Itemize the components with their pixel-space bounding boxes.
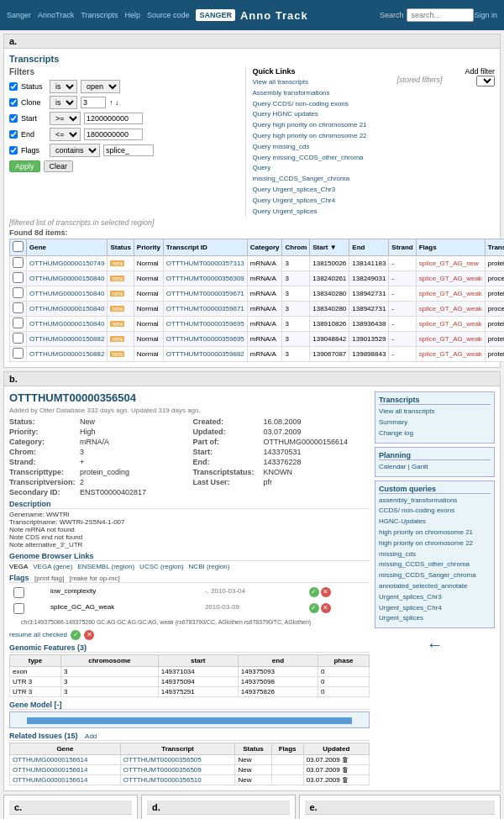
rel-th-transcript: Transcript [120,743,235,755]
flag2-check-icon[interactable]: ✓ [309,603,319,613]
cq-4[interactable]: high priority on chromosome 22 [379,538,491,549]
cell-transcript-id[interactable]: OTTTHUMT00000359671 [163,302,247,317]
filter-flags-check[interactable] [9,146,18,155]
cq-3[interactable]: high priority on chromosome 21 [379,528,491,538]
transcript-id[interactable]: OTTTHUMT00000356504 [9,391,370,404]
filter-start-op[interactable]: >= [50,112,81,125]
row-check[interactable] [13,272,24,283]
cell-transcript-id[interactable]: OTTTHUMT00000357313 [163,256,247,271]
filter-clone-check[interactable] [9,98,18,107]
section-a-body: Transcripts Filters Status is open Clone… [4,49,500,367]
section-b-body: OTTTHUMT00000356504 Added by Otter Datab… [4,386,500,790]
cell-transcript-id[interactable]: OTTTHUMT00000359695 [163,317,247,332]
nav-sourcecode[interactable]: Source code [147,11,190,19]
sb-calendar[interactable]: Calendar | Gantt [379,462,491,473]
cq-11[interactable]: Urgent_splices [379,613,491,624]
ql-7[interactable]: Query missing_CCDS_other_chroma [253,153,367,164]
ql-0[interactable]: View all transcripts [253,77,367,88]
ucsc-link[interactable]: UCSC (region) [139,563,183,570]
select-all-check[interactable] [13,241,24,252]
row-check[interactable] [13,333,24,344]
filter-status-value[interactable]: open [81,80,120,93]
sb-changelog[interactable]: Change log [379,428,491,439]
ql-4[interactable]: Query high priority on chromosome 21 [253,120,367,131]
filter-status-check[interactable] [9,82,18,91]
cell-chrom: 3 [282,286,310,302]
filter-flags-op[interactable]: contains [50,144,100,157]
ensembl-link[interactable]: ENSEMBL (region) [77,563,134,570]
section-d-body: History Updated by Otter Database 314 da… [147,815,290,819]
filter-end-op[interactable]: <= [50,128,81,141]
ql-5[interactable]: Query high priority on chromosome 22 [253,131,367,142]
cell-transcript-id[interactable]: OTTTHUMT00000359695 [163,332,247,347]
cq-7[interactable]: missing_CCDS_Sanger_chroma [379,570,491,581]
filter-clone-op[interactable]: is [50,96,77,109]
filter-start-check[interactable] [9,114,18,123]
filter-clone-value[interactable] [81,97,106,108]
ncbi-link[interactable]: NCBI (region) [189,563,230,570]
ql-11[interactable]: Query Urgent_splices [253,207,367,218]
resume-checked-link[interactable]: resume all checked [9,631,67,638]
filters-label: Filters [9,67,239,76]
related-add-link[interactable]: Add [85,732,97,740]
transcripts-sidebar-title: Transcripts [379,396,491,405]
filter-status-op[interactable]: is [50,80,77,93]
ql-10[interactable]: Query Urgent_splices_Chr4 [253,196,367,207]
filter-flags-value[interactable] [103,144,154,156]
cq-5[interactable]: missing_cds [379,549,491,560]
ql-9[interactable]: Query Urgent_splices_Chr3 [253,185,367,196]
cq-2[interactable]: HGNC-Updates [379,517,491,528]
table-row: OTTHUMG00000150840 new Normal OTTTHUMT00… [10,286,505,302]
sb-summary[interactable]: Summary [379,417,491,428]
cq-0[interactable]: assembly_transformations [379,496,491,507]
clear-button[interactable]: Clear [44,160,74,172]
flag1-date: -, 2010-03-04 [202,586,303,601]
add-filter-select[interactable] [476,76,495,87]
apply-button[interactable]: Apply [9,160,40,172]
ql-2[interactable]: Query CCDS/ non-coding exons [253,99,367,110]
cell-transcript-id[interactable]: OTTTHUMT00000356309 [163,271,247,286]
filter-start-value[interactable] [84,113,143,124]
cell-transcript-id[interactable]: OTTTHUMT00000359671 [163,286,247,302]
cq-8[interactable]: annotated_selected_annotate [379,581,491,592]
filter-end-value[interactable] [84,129,143,140]
row-check[interactable] [13,257,24,268]
sb-view-all[interactable]: View all transcripts [379,407,491,417]
rel-th-gene: Gene [10,743,121,755]
flag2-check[interactable] [13,603,24,614]
nav-help[interactable]: Help [124,11,140,19]
flag1-check-icon[interactable]: ✓ [309,587,319,597]
cq-9[interactable]: Urgent_splices_Chr3 [379,592,491,603]
cell-type: protein_coding [485,347,504,362]
cell-end: 138942731 [349,286,389,302]
cell-transcript-id[interactable]: OTTTHUMT00000359882 [163,347,247,362]
nav-sanger[interactable]: Sanger [7,11,31,19]
resume-check-icon[interactable]: ✓ [71,630,81,640]
ql-1[interactable]: Assembly transformations [253,88,367,99]
cq-6[interactable]: missing_CCDS_other_chroma [379,559,491,570]
row-check[interactable] [13,302,24,313]
row-check[interactable] [13,348,24,359]
section-b-sidebar: Transcripts View all transcripts Summary… [375,391,495,785]
row-check[interactable] [13,287,24,298]
ql-3[interactable]: Query HGNC updates [253,109,367,120]
chrom-label: Chrom: [9,448,76,456]
nav-annotrack[interactable]: AnnoTrack [38,11,74,19]
filter-end-check[interactable] [9,130,18,139]
ql-8[interactable]: Query missing_CCDS_Sanger_chroma [253,163,367,185]
flag2-x-icon[interactable]: ✕ [321,603,331,613]
flag1-x-icon[interactable]: ✕ [321,587,331,597]
cq-1[interactable]: CCDS/ non-coding exons [379,506,491,517]
nav-transcripts[interactable]: Transcripts [81,11,118,19]
flag1-check[interactable] [13,587,24,598]
chrom-item: Chrom: 3 [9,448,186,456]
ql-6[interactable]: Query missing_cds [253,142,367,153]
sign-in-link[interactable]: Sign in [474,11,497,19]
vega-gene-link[interactable]: VEGA (gene) [33,563,72,570]
cell-priority: Normal [134,317,163,332]
row-check[interactable] [13,318,24,328]
search-input[interactable] [407,8,474,22]
cq-10[interactable]: Urgent_splices_Chr4 [379,603,491,614]
resume-x-icon[interactable]: ✕ [84,630,94,640]
partof-value[interactable]: OTTHUMG00000156614 [264,438,349,446]
